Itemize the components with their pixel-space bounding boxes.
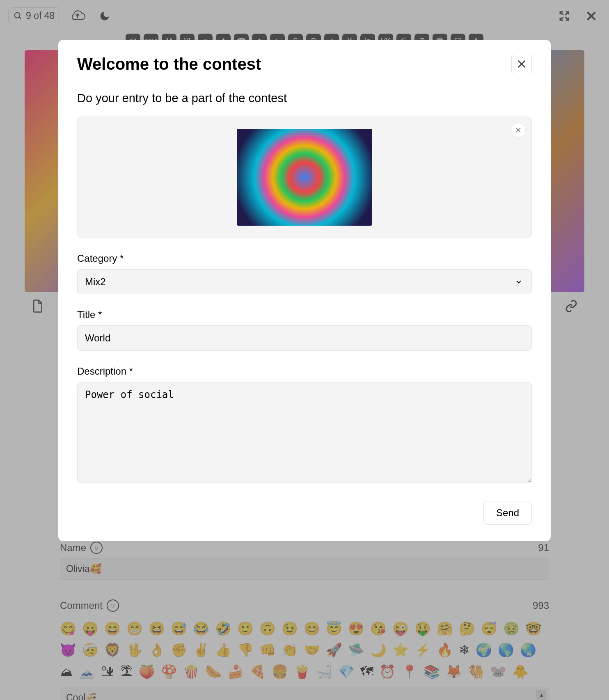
modal-title: Welcome to the contest xyxy=(77,55,261,73)
modal-close-button[interactable] xyxy=(511,54,532,74)
send-button[interactable]: Send xyxy=(483,501,532,525)
category-label: Category * xyxy=(77,253,532,264)
upload-preview-area xyxy=(77,117,532,238)
close-icon xyxy=(516,58,527,70)
category-select[interactable]: Mix2 xyxy=(77,269,532,294)
uploaded-image-thumbnail[interactable] xyxy=(237,129,372,226)
modal-subtitle: Do your entry to be a part of the contes… xyxy=(77,92,532,105)
description-textarea[interactable] xyxy=(77,382,532,483)
remove-upload-button[interactable] xyxy=(511,123,526,137)
contest-entry-modal: Welcome to the contest Do your entry to … xyxy=(58,40,551,541)
title-input[interactable] xyxy=(77,325,532,351)
title-label: Title * xyxy=(77,309,532,320)
close-icon xyxy=(515,126,522,134)
description-label: Description * xyxy=(77,366,532,377)
modal-overlay: Welcome to the contest Do your entry to … xyxy=(0,0,609,700)
